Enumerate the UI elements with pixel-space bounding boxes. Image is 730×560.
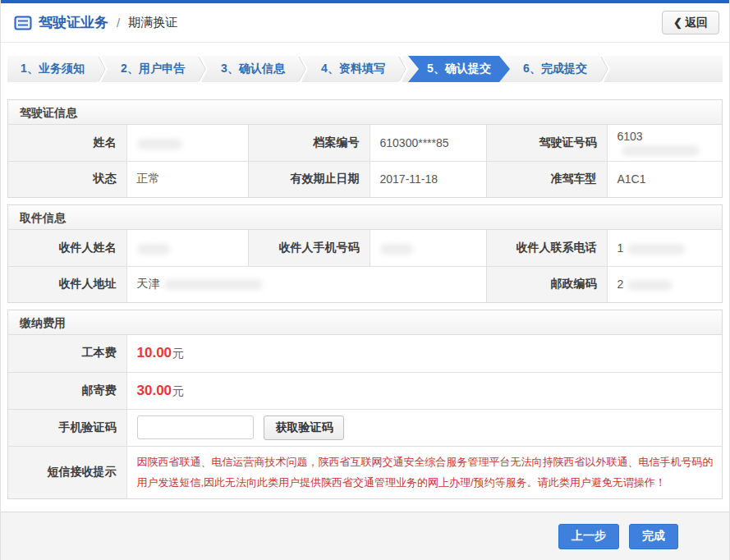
pickup-section-title: 取件信息 — [8, 205, 722, 230]
file-number-value: 610300****85 — [370, 125, 486, 161]
step-6-complete: 6、完成提交 — [510, 56, 600, 82]
fees-table: 工本费 10.00元 邮寄费 30.00元 手机验证码 获取验证码 短信接收提示… — [8, 335, 722, 498]
get-captcha-button[interactable]: 获取验证码 — [264, 415, 344, 440]
license-section-title: 驾驶证信息 — [8, 100, 722, 125]
table-row: 收件人姓名 收件人手机号码 收件人联系电话 1 — [8, 230, 722, 266]
table-row: 手机验证码 获取验证码 — [8, 409, 722, 446]
product-fee-amount: 10.00 — [137, 345, 172, 360]
table-row: 短信接收提示 因陕西省联通、电信运营商技术问题，陕西省互联网交通安全综合服务管理… — [8, 446, 722, 498]
status-value: 正常 — [126, 161, 248, 197]
redacted-address — [164, 279, 263, 290]
sms-notice-cell: 因陕西省联通、电信运营商技术问题，陕西省互联网交通安全综合服务管理平台无法向持陕… — [126, 446, 722, 498]
back-button[interactable]: ❮返回 — [662, 11, 719, 34]
table-row: 邮寄费 30.00元 — [8, 372, 722, 409]
footer-action-bar: 上一步 完成 — [1, 512, 729, 560]
file-number-label: 档案编号 — [248, 125, 370, 161]
step-wizard: 1、业务须知 2、用户申告 3、确认信息 4、资料填写 5、确认提交 6、完成提… — [7, 56, 723, 82]
recipient-name-label: 收件人姓名 — [8, 230, 126, 266]
list-icon — [14, 16, 32, 30]
redacted-mobile — [380, 244, 413, 255]
contact-phone-value: 1 — [607, 230, 722, 266]
redacted-phone — [627, 244, 685, 255]
step-4-fill-data: 4、资料填写 — [308, 56, 398, 82]
postage-fee-amount: 30.00 — [137, 383, 172, 398]
status-label: 状态 — [8, 161, 126, 197]
recipient-mobile-value — [370, 230, 486, 266]
step-separator-icon — [298, 56, 308, 82]
chevron-left-icon: ❮ — [673, 16, 682, 29]
redacted-license-number — [622, 145, 700, 156]
step-1-notice: 1、业务须知 — [7, 56, 98, 82]
page-subtitle: 期满换证 — [128, 15, 177, 30]
postage-fee-value: 30.00元 — [126, 372, 722, 409]
page-title: 驾驶证业务 — [39, 13, 108, 32]
address-value: 天津 — [126, 266, 486, 302]
fees-section: 缴纳费用 工本费 10.00元 邮寄费 30.00元 手机验证码 获取验证码 短… — [7, 310, 723, 499]
recipient-mobile-label: 收件人手机号码 — [248, 230, 370, 266]
pickup-info-table: 收件人姓名 收件人手机号码 收件人联系电话 1 收件人地址 天津 邮政编码 2 — [8, 230, 722, 302]
product-fee-label: 工本费 — [8, 335, 126, 372]
captcha-cell: 获取验证码 — [126, 409, 722, 446]
zip-value: 2 — [607, 266, 722, 302]
recipient-name-value — [126, 230, 248, 266]
table-row: 收件人地址 天津 邮政编码 2 — [8, 266, 722, 302]
zip-prefix: 2 — [618, 278, 624, 291]
previous-step-button[interactable]: 上一步 — [558, 524, 619, 549]
step-bar-filler — [610, 56, 723, 82]
name-label: 姓名 — [8, 125, 126, 161]
license-number-prefix: 6103 — [618, 130, 643, 143]
breadcrumb-separator: / — [117, 16, 120, 30]
back-button-label: 返回 — [685, 16, 708, 29]
license-info-section: 驾驶证信息 姓名 档案编号 610300****85 驾驶证号码 6103 状态… — [7, 99, 723, 198]
step-5-confirm-submit-active: 5、确认提交 — [408, 56, 510, 82]
product-fee-value: 10.00元 — [126, 335, 722, 372]
step-separator-icon — [398, 56, 408, 82]
page: 驾驶证业务 / 期满换证 ❮返回 1、业务须知 2、用户申告 3、确认信息 4、… — [0, 0, 730, 560]
fee-unit: 元 — [172, 347, 184, 360]
zip-label: 邮政编码 — [486, 266, 607, 302]
captcha-input[interactable] — [137, 415, 254, 439]
contact-phone-prefix: 1 — [618, 241, 624, 255]
expiry-value: 2017-11-18 — [370, 161, 486, 197]
postage-fee-label: 邮寄费 — [8, 372, 126, 409]
address-prefix: 天津 — [137, 277, 160, 290]
sms-notice-label: 短信接收提示 — [8, 446, 126, 498]
vehicle-class-label: 准驾车型 — [486, 161, 607, 197]
pickup-info-section: 取件信息 收件人姓名 收件人手机号码 收件人联系电话 1 收件人地址 天津 邮政… — [7, 204, 723, 303]
finish-button[interactable]: 完成 — [629, 524, 678, 549]
table-row: 工本费 10.00元 — [8, 335, 722, 372]
table-row: 状态 正常 有效期止日期 2017-11-18 准驾车型 A1C1 — [8, 161, 722, 197]
step-separator-icon — [600, 56, 610, 82]
redacted-zip — [627, 280, 673, 291]
breadcrumb: 驾驶证业务 / 期满换证 — [14, 13, 177, 32]
step-separator-icon — [198, 56, 208, 82]
redacted-recipient-name — [137, 244, 170, 255]
sms-notice-text: 因陕西省联通、电信运营商技术问题，陕西省互联网交通安全综合服务管理平台无法向持陕… — [137, 447, 723, 498]
name-value — [126, 125, 248, 161]
license-number-value: 6103 — [607, 125, 722, 161]
license-info-table: 姓名 档案编号 610300****85 驾驶证号码 6103 状态 正常 有效… — [8, 125, 722, 197]
table-row: 姓名 档案编号 610300****85 驾驶证号码 6103 — [8, 125, 722, 161]
license-number-label: 驾驶证号码 — [486, 125, 607, 161]
step-3-confirm-info: 3、确认信息 — [208, 56, 298, 82]
expiry-label: 有效期止日期 — [248, 161, 370, 197]
contact-phone-label: 收件人联系电话 — [486, 230, 607, 266]
fee-unit: 元 — [172, 384, 184, 397]
captcha-label: 手机验证码 — [8, 409, 126, 446]
address-label: 收件人地址 — [8, 266, 126, 302]
header: 驾驶证业务 / 期满换证 ❮返回 — [1, 3, 729, 43]
vehicle-class-value: A1C1 — [607, 161, 722, 197]
redacted-name — [137, 139, 182, 149]
step-separator-icon — [98, 56, 108, 82]
step-2-declaration: 2、用户申告 — [108, 56, 198, 82]
fees-section-title: 缴纳费用 — [8, 310, 722, 335]
